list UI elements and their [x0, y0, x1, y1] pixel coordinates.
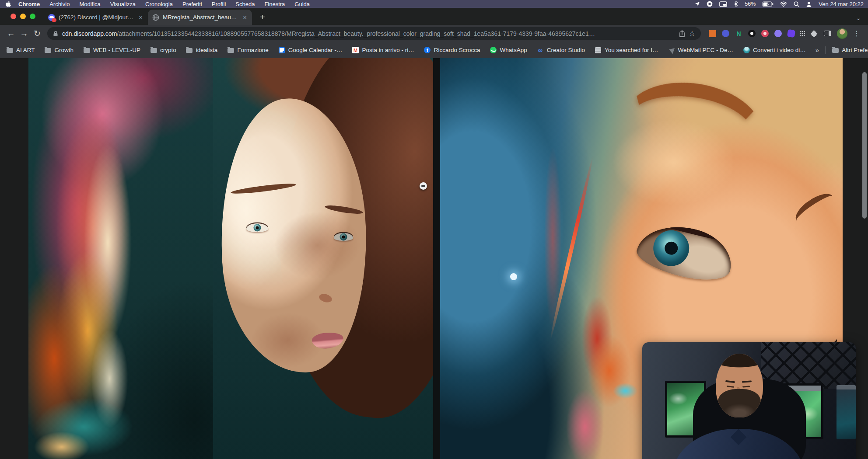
screen-record-icon[interactable] — [707, 1, 713, 7]
extension-red-icon[interactable] — [761, 30, 769, 37]
globe-favicon — [152, 14, 159, 21]
close-window-button[interactable] — [10, 14, 16, 19]
bookmarks-overflow-chevron[interactable]: » — [816, 46, 819, 54]
bookmark-folder-web-level-up[interactable]: WEB - LEVEL-UP — [83, 47, 140, 54]
bookmark-you-searched[interactable]: You searched for I… — [595, 47, 658, 54]
bookmark-facebook-profile[interactable]: Riccardo Scrocca — [424, 47, 480, 54]
folder-icon — [186, 47, 193, 54]
bookmark-folder-formazione[interactable]: Formazione — [227, 47, 268, 54]
bookmark-whatsapp[interactable]: WhatsApp — [490, 47, 527, 54]
tab-discord[interactable]: (2762) Discord | @Midjourney × — [44, 10, 148, 25]
extension-green-n-icon[interactable]: N — [735, 30, 742, 37]
closeup-eye — [634, 217, 738, 287]
reload-button[interactable]: ↻ — [31, 27, 44, 40]
discord-favicon — [48, 14, 55, 21]
menu-item-archivio[interactable]: Archivio — [45, 1, 74, 7]
minimize-window-button[interactable] — [20, 14, 26, 19]
other-favorites-folder[interactable]: Altri Preferiti — [832, 47, 868, 54]
tabs-container: (2762) Discord | @Midjourney × MRregista… — [44, 8, 269, 25]
menu-item-modifica[interactable]: Modifica — [74, 1, 105, 7]
bookmark-google-calendar[interactable]: Google Calendar -… — [278, 47, 343, 54]
bookmark-webmail-pec[interactable]: WebMail PEC - De… — [668, 47, 733, 54]
menu-bar-clock[interactable]: Ven 24 mar 20:22 — [819, 1, 864, 7]
wifi-icon[interactable] — [780, 1, 787, 7]
bookmark-label: AI ART — [16, 47, 35, 53]
zoom-out-cursor — [420, 182, 427, 190]
menu-item-guida[interactable]: Guida — [290, 1, 315, 7]
apps-grid-icon[interactable] — [799, 31, 805, 36]
vertical-scrollbar-thumb[interactable] — [862, 72, 867, 219]
address-bar[interactable]: cdn.discordapp.com /attachments/10135123… — [47, 27, 701, 40]
user-switch-icon[interactable] — [806, 1, 812, 7]
closeup-red-streak — [549, 156, 595, 340]
fullscreen-window-button[interactable] — [30, 14, 35, 19]
menu-item-profili[interactable]: Profili — [207, 1, 231, 7]
extension-purple-icon[interactable] — [774, 30, 782, 37]
closeup-far-eyebrow — [791, 188, 838, 229]
bookmark-video-converter[interactable]: Converti i video di… — [743, 47, 806, 54]
back-button[interactable]: ← — [4, 27, 18, 40]
share-icon[interactable] — [679, 30, 685, 37]
closeup-light-glint — [510, 273, 517, 280]
bookmark-label: Altri Preferiti — [842, 47, 868, 53]
bookmark-creator-studio[interactable]: Creator Studio — [537, 47, 585, 54]
bookmark-label: Converti i video di… — [753, 47, 806, 53]
tab-image-attachment[interactable]: MRregista_Abstract_beauty._… × — [148, 10, 252, 25]
tab-close-icon[interactable]: × — [138, 14, 144, 21]
folder-icon — [832, 47, 839, 54]
menu-item-chrome[interactable]: Chrome — [14, 1, 45, 7]
menu-item-preferiti[interactable]: Preferiti — [178, 1, 207, 7]
portrait-iris — [254, 224, 261, 232]
chrome-menu-kebab-icon[interactable]: ⋮ — [853, 30, 860, 37]
toolbar-controls: ⋮ — [799, 28, 864, 39]
whatsapp-icon — [490, 47, 497, 54]
extension-orange-icon[interactable] — [709, 30, 716, 37]
location-icon[interactable] — [695, 1, 700, 7]
url-text: cdn.discordapp.com /attachments/10135123… — [62, 30, 675, 37]
extension-violet-icon[interactable] — [787, 29, 795, 38]
profile-avatar[interactable] — [837, 28, 847, 39]
bookmark-label: idealista — [196, 47, 218, 53]
tab-close-icon[interactable]: × — [242, 14, 248, 21]
webmail-icon — [668, 47, 675, 54]
new-tab-button[interactable]: + — [256, 11, 269, 23]
bookmark-folder-growth[interactable]: Growth — [45, 47, 74, 54]
bookmark-star-icon[interactable]: ☆ — [689, 30, 695, 37]
lock-icon[interactable] — [53, 31, 58, 37]
side-panel-icon[interactable] — [824, 31, 831, 36]
portrait-left-eye — [246, 223, 268, 232]
bookmark-label: Google Calendar -… — [288, 47, 343, 53]
streamer-hair — [716, 354, 763, 379]
extension-black-icon[interactable] — [748, 30, 756, 37]
extensions-puzzle-icon[interactable] — [811, 30, 818, 37]
bluetooth-icon[interactable] — [734, 1, 738, 7]
apple-icon[interactable] — [5, 1, 11, 7]
bookmark-label: Posta in arrivo - ri… — [362, 47, 414, 53]
menu-item-finestra[interactable]: Finestra — [259, 1, 290, 7]
background-monitor-far-right — [836, 385, 856, 439]
display-icon[interactable] — [719, 1, 727, 7]
bookmark-gmail-inbox[interactable]: Posta in arrivo - ri… — [352, 47, 414, 54]
tab-title: MRregista_Abstract_beauty._… — [163, 14, 238, 21]
bookmark-label: Growth — [55, 47, 74, 53]
bookmark-folder-ai-art[interactable]: AI ART — [6, 47, 35, 54]
menu-item-cronologia[interactable]: Cronologia — [140, 1, 178, 7]
bookmark-label: WebMail PEC - De… — [678, 47, 733, 53]
bookmark-folder-idealista[interactable]: idealista — [186, 47, 218, 54]
tab-search-chevron-icon[interactable]: ⌄ — [856, 14, 861, 21]
menu-item-scheda[interactable]: Scheda — [231, 1, 259, 7]
streamer-eye — [727, 386, 734, 388]
extension-indigo-icon[interactable] — [722, 30, 729, 37]
forward-button[interactable]: → — [18, 27, 31, 40]
battery-icon[interactable] — [762, 1, 774, 7]
bookmark-label: WhatsApp — [500, 47, 527, 53]
bookmark-label: You searched for I… — [605, 47, 658, 53]
url-domain: cdn.discordapp.com — [62, 30, 117, 37]
webcam-overlay: A TIRIRI — [642, 342, 856, 459]
artwork-portrait-panel — [213, 58, 433, 459]
macos-menu-bar: Chrome Archivio Modifica Visualizza Cron… — [0, 0, 868, 8]
menu-item-visualizza[interactable]: Visualizza — [105, 1, 140, 7]
bookmark-folder-crypto[interactable]: crypto — [150, 47, 176, 54]
bookmark-label: Riccardo Scrocca — [434, 47, 480, 53]
search-icon[interactable] — [794, 1, 799, 7]
